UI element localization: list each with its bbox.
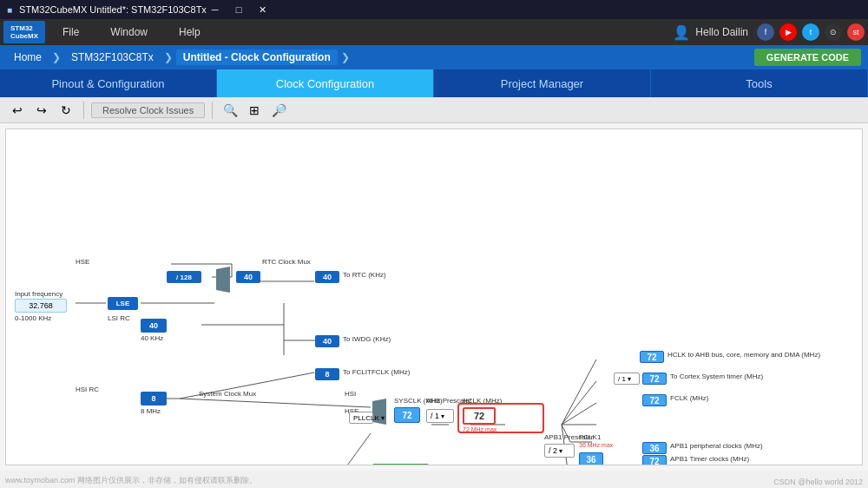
generate-code-button[interactable]: GENERATE CODE: [754, 49, 861, 66]
bc-arrow2: ❯: [164, 51, 173, 63]
menu-file[interactable]: File: [56, 23, 86, 42]
apb1-periph-value[interactable]: 36: [642, 442, 667, 454]
fclk-label: FCLK (MHz): [670, 394, 708, 402]
div1-right-select[interactable]: / 1: [614, 373, 640, 385]
statusbar: www.toymoban.com 网络图片仅供展示，非存储，如有侵权请联系删除。…: [0, 471, 868, 488]
hsi-value-block: 8: [141, 392, 167, 406]
main-area: RTC Clock Mux System Clock Mux PLL Sourc…: [0, 123, 868, 471]
tab-tools[interactable]: Tools: [651, 69, 868, 97]
user-info: 👤 Hello Dailin: [673, 24, 748, 41]
hsi-rc-label: HSI RC: [76, 386, 99, 393]
ahb-select[interactable]: / 1: [426, 409, 454, 423]
tab-clock[interactable]: Clock Configuration: [217, 69, 434, 97]
window-title: STM32CubeMX Untitled*: STM32F103C8Tx: [19, 4, 207, 15]
hclk-label: HCLK (MHz): [463, 397, 502, 405]
pclk1-label: PCLK1: [579, 433, 601, 441]
hsi-mhz-label: 8 MHz: [141, 407, 161, 415]
input-freq-top-unit: 0-1000 KHz: [15, 314, 51, 322]
svg-line-14: [301, 433, 371, 465]
hclk-ahb-label: HCLK to AHB bus, core, memory and DMA (M…: [667, 351, 820, 359]
close-btn[interactable]: ✕: [253, 4, 272, 16]
bc-home[interactable]: Home: [7, 49, 49, 65]
user-name: Hello Dailin: [695, 26, 748, 38]
apb1-timer-out-value[interactable]: 72: [642, 455, 667, 465]
rtc-mux-box: [216, 267, 230, 293]
titlebar: ■ STM32CubeMX Untitled*: STM32F103C8Tx ─…: [0, 0, 868, 19]
system-clock-mux-label: System Clock Mux: [199, 390, 256, 398]
apb1-max-label: 36 MHz max: [579, 442, 613, 448]
svg-line-12: [180, 399, 371, 407]
svg-line-18: [562, 381, 596, 425]
breadcrumb: Home ❯ STM32F103C8Tx ❯ Untitled - Clock …: [0, 45, 868, 69]
lse-block: LSE: [108, 297, 138, 310]
hse-top-label: HSE: [76, 258, 89, 266]
pllclk-label: PLLCLK: [349, 412, 373, 424]
clock-diagram: RTC Clock Mux System Clock Mux PLL Sourc…: [5, 129, 863, 465]
zoom-out-button[interactable]: 🔎: [268, 100, 289, 121]
fit-button[interactable]: ⊞: [244, 100, 265, 121]
sysclk-value[interactable]: 72: [394, 407, 420, 423]
bc-arrow3: ❯: [341, 51, 350, 63]
to-iwdg-label: To IWDG (KHz): [343, 335, 391, 343]
menubar: STM32CubeMX File Window Help 👤 Hello Dai…: [0, 19, 868, 45]
cortex-label: To Cortex System timer (MHz): [670, 373, 763, 380]
svg-line-17: [562, 359, 596, 425]
bc-chip[interactable]: STM32F103C8Tx: [64, 49, 161, 65]
menu-items: File Window Help: [56, 23, 673, 42]
to-iwdg-val: 40: [315, 335, 339, 347]
apb1-timer-label: APB1 Timer clocks (MHz): [670, 455, 749, 463]
toolbar: ↩ ↪ ↻ Resolve Clock Issues 🔍 ⊞ 🔎: [0, 97, 868, 123]
toolbar-separator: [83, 102, 84, 119]
to-rtc-val: 40: [315, 271, 339, 283]
tab-pinout[interactable]: Pinout & Configuration: [0, 69, 217, 97]
facebook-icon[interactable]: f: [757, 23, 774, 41]
svg-line-19: [562, 403, 596, 425]
zoom-in-button[interactable]: 🔍: [220, 100, 240, 121]
watermark-right: CSDN @hello world 2012: [773, 478, 863, 486]
minimize-btn[interactable]: ─: [207, 4, 224, 16]
hclk-value[interactable]: 72: [463, 407, 496, 425]
github-icon[interactable]: ⊙: [825, 23, 842, 41]
lsi-value-block: 40: [141, 319, 167, 333]
tab-project[interactable]: Project Manager: [434, 69, 651, 97]
input-freq-top-value[interactable]: 32.768: [15, 299, 67, 313]
lsi-khz-label: 40 KHz: [141, 334, 163, 342]
redo-button[interactable]: ↪: [31, 100, 52, 121]
menu-help[interactable]: Help: [172, 23, 207, 42]
to-rtc-label: To RTC (KHz): [343, 271, 386, 279]
bc-current: Untitled - Clock Configuration: [176, 49, 338, 65]
to-flit-val: 8: [315, 368, 339, 380]
apb1-periph-label: APB1 peripheral clocks (MHz): [670, 442, 763, 450]
social-icons: f ▶ t ⊙ st: [757, 23, 865, 41]
enable-css-button[interactable]: Enable CSS: [372, 464, 429, 465]
st-icon[interactable]: st: [847, 23, 865, 41]
app-logo: STM32CubeMX: [3, 21, 45, 43]
maximize-btn[interactable]: □: [231, 4, 247, 16]
watermark-left: www.toymoban.com 网络图片仅供展示，非存储，如有侵权请联系删除。: [5, 475, 257, 486]
bc-arrow1: ❯: [52, 51, 61, 63]
rtc-mux-label: RTC Clock Mux: [262, 258, 311, 266]
twitter-icon[interactable]: t: [802, 23, 819, 41]
hclk-max-label: 72 MHz max: [463, 426, 496, 432]
menu-window[interactable]: Window: [103, 23, 155, 42]
youtube-icon[interactable]: ▶: [779, 23, 797, 41]
resolve-clock-button[interactable]: Resolve Clock Issues: [91, 102, 205, 118]
cortex-value[interactable]: 72: [642, 373, 667, 385]
undo-button[interactable]: ↩: [7, 100, 28, 121]
lsi-rc-label: LSI RC: [108, 314, 130, 322]
pclk1-value[interactable]: 36: [579, 452, 603, 465]
fclk-value[interactable]: 72: [642, 394, 667, 406]
hsi-sys-label: HSI: [345, 390, 356, 398]
input-freq-top-label: Input frequency: [15, 290, 62, 298]
refresh-button[interactable]: ↻: [56, 100, 76, 121]
to-flit-label: To FCLITFCLK (MHz): [343, 368, 410, 376]
apb1-select[interactable]: / 2: [544, 444, 575, 458]
div128-block: / 128: [167, 271, 201, 283]
hse-rtc-val: 40: [236, 271, 260, 283]
tabs: Pinout & Configuration Clock Configurati…: [0, 69, 868, 97]
hclk-ahb-value[interactable]: 72: [640, 351, 664, 363]
toolbar-separator2: [212, 102, 213, 119]
